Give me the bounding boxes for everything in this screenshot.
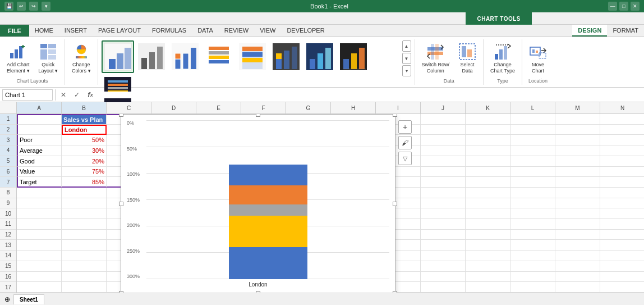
chart-add-element-btn[interactable]: +	[398, 120, 412, 134]
cell-n7[interactable]	[600, 177, 644, 188]
cell-b7[interactable]: 85%	[62, 177, 107, 188]
cell-j1[interactable]	[421, 114, 466, 125]
change-chart-type-button[interactable]: ChangeChart Type	[487, 40, 518, 76]
cell-n2[interactable]	[600, 125, 644, 135]
row-12[interactable]: 12	[0, 230, 16, 240]
cell-l5[interactable]	[510, 156, 555, 167]
chart-filters-btn[interactable]: ▽	[398, 152, 412, 165]
row-3[interactable]: 3	[0, 135, 16, 145]
cell-k7[interactable]	[466, 177, 510, 188]
chart-container[interactable]: 300% 250% 200% 150% 100% 50% 0%	[121, 114, 395, 293]
row-7[interactable]: 7	[0, 177, 16, 188]
cell-a2[interactable]	[17, 125, 62, 135]
window-controls[interactable]: — □ ✕	[608, 2, 640, 11]
row-15[interactable]: 15	[0, 261, 16, 272]
tab-format[interactable]: FORMAT	[607, 25, 644, 37]
tab-view[interactable]: VIEW	[254, 25, 281, 37]
data-buttons[interactable]: Switch Row/Column SelectData	[418, 40, 480, 77]
cell-l7[interactable]	[510, 177, 555, 188]
cell-l3[interactable]	[510, 135, 555, 145]
chart-tools-buttons[interactable]: + 🖌 ▽	[398, 120, 412, 165]
cell-b3[interactable]: 50%	[62, 135, 107, 145]
quick-layout-button[interactable]: QuickLayout ▾	[35, 40, 62, 76]
gallery-expand[interactable]: ▾	[402, 65, 411, 76]
cell-l2[interactable]	[510, 125, 555, 135]
chart-handle-bc[interactable]	[256, 291, 260, 293]
tab-data[interactable]: DATA	[192, 25, 219, 37]
location-buttons[interactable]: MoveChart	[526, 40, 550, 77]
chart-layouts-buttons[interactable]: Add ChartElement ▾ QuickLayout ▾	[3, 40, 61, 77]
cell-j8[interactable]	[421, 188, 466, 198]
row-4[interactable]: 4	[0, 145, 16, 156]
confirm-formula-icon[interactable]: ✓	[71, 89, 82, 101]
row-10[interactable]: 10	[0, 208, 16, 219]
cell-n3[interactable]	[600, 135, 644, 145]
customize-qat-icon[interactable]: ▾	[42, 2, 50, 11]
tab-review[interactable]: REVIEW	[219, 25, 254, 37]
save-icon[interactable]: 💾	[4, 2, 13, 11]
tab-home[interactable]: HOME	[29, 25, 59, 37]
col-header-e[interactable]: E	[196, 102, 241, 113]
type-buttons[interactable]: ChangeChart Type	[487, 40, 518, 77]
cell-b4[interactable]: 30%	[62, 145, 107, 156]
change-colors-content[interactable]: ChangeColors ▾	[68, 40, 94, 83]
cell-j3[interactable]	[421, 135, 466, 145]
cell-m7[interactable]	[555, 177, 600, 188]
cell-k1[interactable]	[466, 114, 510, 125]
chart-style-7[interactable]	[303, 40, 336, 73]
cell-n6[interactable]	[600, 167, 644, 177]
cell-b6[interactable]: 75%	[62, 167, 107, 177]
cell-a1[interactable]	[17, 114, 62, 125]
cell-j4[interactable]	[421, 145, 466, 156]
cell-k4[interactable]	[466, 145, 510, 156]
cell-m5[interactable]	[555, 156, 600, 167]
cell-m4[interactable]	[555, 145, 600, 156]
col-header-k[interactable]: K	[466, 102, 510, 113]
chart-style-1[interactable]	[102, 40, 134, 73]
cell-b5[interactable]: 20%	[62, 156, 107, 167]
row-14[interactable]: 14	[0, 251, 16, 261]
chart-style-8[interactable]	[337, 40, 370, 73]
row-2[interactable]: 2	[0, 125, 16, 135]
cell-b8[interactable]	[62, 188, 107, 198]
col-header-l[interactable]: L	[510, 102, 555, 113]
switch-row-column-button[interactable]: Switch Row/Column	[418, 40, 453, 76]
col-header-c[interactable]: C	[107, 102, 151, 113]
row-5[interactable]: 5	[0, 156, 16, 167]
close-icon[interactable]: ✕	[631, 2, 640, 11]
tab-design[interactable]: DESIGN	[572, 25, 607, 37]
cell-l1[interactable]	[510, 114, 555, 125]
row-17[interactable]: 17	[0, 282, 16, 293]
chart-handle-tr[interactable]	[393, 114, 397, 117]
chart-style-3[interactable]	[169, 40, 201, 73]
cell-m1[interactable]	[555, 114, 600, 125]
col-header-i[interactable]: I	[376, 102, 421, 113]
chart-styles-btn[interactable]: 🖌	[398, 136, 412, 149]
cell-k8[interactable]	[466, 188, 510, 198]
chart-handle-tc[interactable]	[256, 114, 260, 117]
col-header-j[interactable]: J	[421, 102, 466, 113]
col-header-h[interactable]: H	[331, 102, 376, 113]
cell-k5[interactable]	[466, 156, 510, 167]
col-header-g[interactable]: G	[286, 102, 331, 113]
cell-n5[interactable]	[600, 156, 644, 167]
cell-m6[interactable]	[555, 167, 600, 177]
undo-icon[interactable]: ↩	[17, 2, 26, 11]
row-1[interactable]: 1	[0, 114, 16, 125]
chart-handle-mr[interactable]	[393, 202, 397, 206]
chart-handle-bl[interactable]	[119, 291, 123, 293]
cell-n1[interactable]	[600, 114, 644, 125]
col-header-n[interactable]: N	[600, 102, 644, 113]
cell-j5[interactable]	[421, 156, 466, 167]
cell-k3[interactable]	[466, 135, 510, 145]
minimize-icon[interactable]: —	[608, 2, 617, 11]
tab-developer[interactable]: DEVELOPER	[281, 25, 330, 37]
col-header-m[interactable]: M	[555, 102, 600, 113]
gallery-scroll-up[interactable]: ▲	[402, 40, 411, 52]
tab-file[interactable]: FILE	[0, 25, 29, 37]
cell-a5[interactable]: Good	[17, 156, 62, 167]
cell-l8[interactable]	[510, 188, 555, 198]
cell-a3[interactable]: Poor	[17, 135, 62, 145]
cancel-formula-icon[interactable]: ✕	[58, 89, 69, 101]
cell-a6[interactable]: Value	[17, 167, 62, 177]
